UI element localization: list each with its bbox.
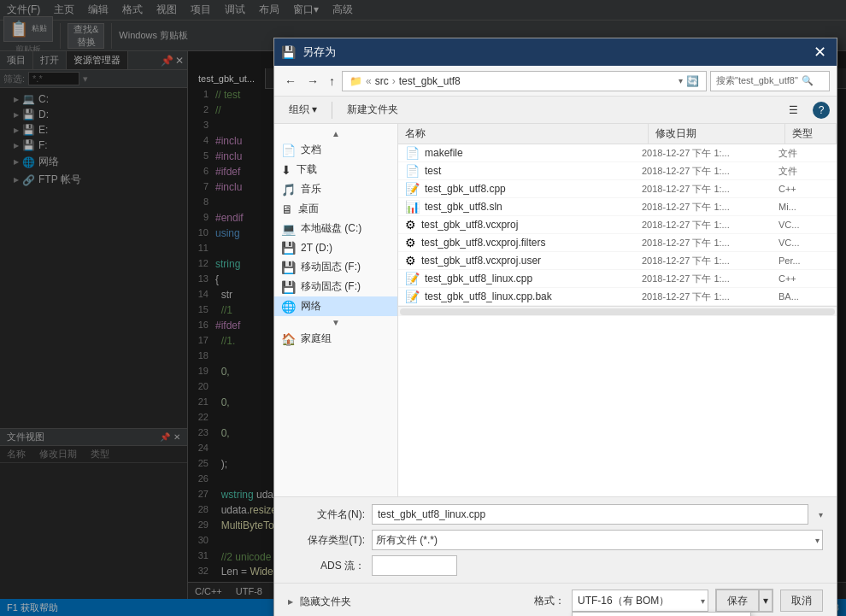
help-icon-button[interactable]: ?	[813, 102, 830, 119]
file-date: 2018-12-27 下午 1:...	[642, 255, 778, 267]
filename-row: 文件名(N): ▾	[288, 504, 823, 525]
file-icon: 📄	[405, 146, 420, 160]
filetype-select[interactable]: 所有文件 (*.*)	[372, 530, 823, 550]
tree-2t-d[interactable]: 💾 2T (D:)	[274, 238, 397, 257]
nav-back-button[interactable]: ←	[281, 73, 300, 90]
file-icon: ⚙	[405, 218, 416, 232]
mobile-ssd-1-icon: 💾	[281, 261, 296, 274]
tree-music[interactable]: 🎵 音乐	[274, 179, 397, 199]
file-type: C++	[778, 184, 830, 194]
search-placeholder-text: 搜索"test_gbk_utf8"	[716, 74, 798, 87]
breadcrumb-src[interactable]: src	[375, 75, 389, 87]
dropdown-item[interactable]: 默认	[573, 613, 750, 616]
file-type: 文件	[778, 165, 830, 178]
filename-input[interactable]	[372, 504, 808, 525]
file-date: 2018-12-27 下午 1:...	[642, 290, 778, 303]
col-header-type[interactable]: 类型	[785, 124, 837, 144]
file-type: 文件	[778, 147, 830, 160]
file-name: test_gbk_utf8.vcxproj.filters	[421, 237, 642, 249]
file-icon: 📝	[405, 182, 420, 196]
breadcrumb: 📁 « src › test_gbk_utf8 ▾ 🔄	[342, 71, 707, 91]
tree-mobile-ssd-2[interactable]: 💾 移动固态 (F:)	[274, 277, 397, 296]
file-icon: ⚙	[405, 236, 416, 249]
file-item[interactable]: 📄 test 2018-12-27 下午 1:... 文件	[398, 162, 837, 180]
file-type: C++	[778, 273, 830, 284]
filetype-row: 保存类型(T): 所有文件 (*.*) ▾	[288, 530, 823, 550]
tree-mobile-ssd-1[interactable]: 💾 移动固态 (F:)	[274, 257, 397, 277]
format-label: 格式：	[522, 594, 565, 608]
hide-files-label: 隐藏文件夹	[300, 595, 351, 609]
dialog-close-button[interactable]: ✕	[810, 44, 830, 60]
desktop-icon: 🖥	[281, 202, 293, 216]
file-item[interactable]: ⚙ test_gbk_utf8.vcxproj.user 2018-12-27 …	[398, 252, 837, 270]
file-icon: ⚙	[405, 254, 416, 267]
tree-scroll-up[interactable]: ▲	[274, 127, 397, 140]
triangle-icon: ▶	[288, 598, 293, 606]
dialog-title-icon: 💾	[281, 45, 296, 59]
nav-up-button[interactable]: ↑	[326, 73, 338, 90]
tree-documents[interactable]: 📄 文档	[274, 140, 397, 160]
file-item[interactable]: ⚙ test_gbk_utf8.vcxproj 2018-12-27 下午 1:…	[398, 216, 837, 234]
file-icon: 📝	[405, 272, 420, 285]
new-folder-button[interactable]: 新建文件夹	[339, 100, 406, 120]
save-dropdown-button[interactable]: ▾	[759, 590, 773, 612]
ads-input[interactable]	[372, 555, 457, 576]
dialog-form: 文件名(N): ▾ 保存类型(T): 所有文件 (*.*) ▾ ADS 流：	[274, 496, 837, 583]
file-date: 2018-12-27 下午 1:...	[642, 219, 778, 232]
save-as-dialog: 💾 另存为 ✕ ← → ↑ 📁 « src › test_gbk_utf8 ▾ …	[273, 38, 837, 616]
file-item[interactable]: 📄 makefile 2018-12-27 下午 1:... 文件	[398, 144, 837, 162]
file-name: test_gbk_utf8.vcxproj.user	[421, 255, 642, 267]
file-name: test	[425, 165, 642, 177]
filetype-select-wrap: 所有文件 (*.*) ▾	[372, 530, 823, 550]
scrollbar-track	[400, 308, 835, 315]
file-icon: 📊	[405, 200, 420, 214]
music-icon: 🎵	[281, 183, 296, 197]
downloads-icon: ⬇	[281, 163, 291, 177]
format-select[interactable]: UTF-16（有 BOM）	[572, 590, 708, 612]
breadcrumb-folder[interactable]: test_gbk_utf8	[399, 75, 461, 87]
file-item[interactable]: 📝 test_gbk_utf8.cpp 2018-12-27 下午 1:... …	[398, 180, 837, 198]
save-button[interactable]: 保存	[716, 590, 759, 612]
tree-local-c[interactable]: 💻 本地磁盘 (C:)	[274, 219, 397, 238]
filename-chevron: ▾	[819, 510, 823, 519]
dialog-toolbar: 组织 ▾ 新建文件夹 ☰ ?	[274, 97, 837, 124]
tree-desktop[interactable]: 🖥 桌面	[274, 199, 397, 219]
format-dropdown: 默认ANSI/ASCIIUTF-8（有 BOM）UTF-16（有 BOM）UTF…	[572, 612, 751, 616]
file-type: VC...	[778, 238, 830, 248]
file-list-header: 名称 修改日期 类型	[398, 124, 837, 144]
local-c-icon: 💻	[281, 222, 296, 236]
tree-downloads[interactable]: ⬇ 下载	[274, 160, 397, 179]
tree-homegroup[interactable]: 🏠 家庭组	[274, 329, 397, 349]
file-item[interactable]: 📊 test_gbk_utf8.sln 2018-12-27 下午 1:... …	[398, 198, 837, 216]
tree-scroll-down[interactable]: ▼	[274, 316, 397, 329]
dialog-nav: ← → ↑ 📁 « src › test_gbk_utf8 ▾ 🔄 搜索"tes…	[274, 66, 837, 97]
file-name: makefile	[425, 147, 642, 159]
nav-forward-button[interactable]: →	[303, 73, 322, 90]
breadcrumb-icon: 📁	[350, 75, 362, 87]
view-icon-button[interactable]: ☰	[781, 102, 806, 119]
organize-button[interactable]: 组织 ▾	[281, 100, 325, 120]
ads-label: ADS 流：	[288, 559, 365, 573]
file-name: test_gbk_utf8.cpp	[425, 183, 642, 195]
format-select-wrap: UTF-16（有 BOM） ▾ 默认ANSI/ASCIIUTF-8（有 BOM）…	[572, 590, 708, 612]
horizontal-scrollbar[interactable]	[398, 306, 837, 316]
file-date: 2018-12-27 下午 1:...	[642, 273, 778, 285]
dialog-right-pane: 名称 修改日期 类型 📄 makefile 2018-12-27 下午 1:..…	[398, 124, 837, 496]
tree-network-node[interactable]: 🌐 网络	[274, 296, 397, 316]
breadcrumb-sep1: «	[366, 75, 372, 87]
cancel-button[interactable]: 取消	[780, 590, 823, 612]
mobile-ssd-2-icon: 💾	[281, 280, 296, 294]
file-item[interactable]: ⚙ test_gbk_utf8.vcxproj.filters 2018-12-…	[398, 234, 837, 252]
refresh-button[interactable]: 🔄	[686, 75, 699, 87]
file-item[interactable]: 📝 test_gbk_utf8_linux.cpp.bak 2018-12-27…	[398, 288, 837, 306]
file-type: BA...	[778, 291, 830, 302]
col-header-date[interactable]: 修改日期	[649, 124, 785, 144]
file-type: VC...	[778, 220, 830, 230]
file-date: 2018-12-27 下午 1:...	[642, 237, 778, 249]
breadcrumb-dropdown[interactable]: ▾	[679, 76, 683, 85]
hide-files-row: ▶ 隐藏文件夹	[288, 595, 515, 609]
save-button-group: 保存 ▾	[715, 589, 773, 613]
file-item[interactable]: 📝 test_gbk_utf8_linux.cpp 2018-12-27 下午 …	[398, 270, 837, 288]
col-header-name[interactable]: 名称	[398, 124, 649, 144]
file-list: 📄 makefile 2018-12-27 下午 1:... 文件 📄 test…	[398, 144, 837, 306]
